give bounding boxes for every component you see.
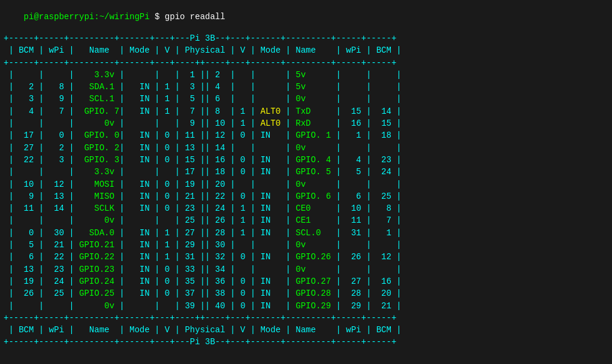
table-line: +-----+-----+---------+------+---+---Pi … <box>4 32 608 44</box>
table-line: | 19 | 24 | GPIO.24 | IN | 0 | 35 || 36 … <box>4 275 608 287</box>
prompt-line: pi@raspberrypi:~/wiringPi $ gpio readall <box>4 2 608 31</box>
table-line: | 26 | 25 | GPIO.25 | IN | 0 | 37 || 38 … <box>4 287 608 299</box>
table-line: | | | 3.3v | | | 1 || 2 | | | 5v | | | <box>4 69 608 81</box>
table-line: +-----+-----+---------+------+---+----++… <box>4 57 608 69</box>
table-line: | 6 | 22 | GPIO.22 | IN | 1 | 31 || 32 |… <box>4 251 608 263</box>
table-line: | 22 | 3 | GPIO. 3| IN | 0 | 15 || 16 | … <box>4 154 608 166</box>
terminal-window: pi@raspberrypi:~/wiringPi $ gpio readall… <box>0 0 612 364</box>
table-line: | 2 | 8 | SDA.1 | IN | 1 | 3 || 4 | | | … <box>4 81 608 93</box>
table-line: | 11 | 14 | SCLK | IN | 0 | 23 || 24 | 1… <box>4 202 608 214</box>
table-line: | 10 | 12 | MOSI | IN | 0 | 19 || 20 | |… <box>4 178 608 190</box>
table-line: | 4 | 7 | GPIO. 7| IN | 1 | 7 || 8 | 1 |… <box>4 105 608 117</box>
table-line: +-----+-----+---------+------+---+---Pi … <box>4 336 608 348</box>
table-line: | 17 | 0 | GPIO. 0| IN | 0 | 11 || 12 | … <box>4 129 608 141</box>
table-line: | 0 | 30 | SDA.0 | IN | 1 | 27 || 28 | 1… <box>4 227 608 239</box>
prompt-user: pi@raspberrypi:~/wiringPi <box>24 12 150 22</box>
table-line: | | | 0v | | | 25 || 26 | 1 | IN | CE1 |… <box>4 214 608 226</box>
gpio-table: +-----+-----+---------+------+---+---Pi … <box>4 32 608 348</box>
table-line: | 27 | 2 | GPIO. 2| IN | 0 | 13 || 14 | … <box>4 142 608 154</box>
table-line: | | | 0v | | | 9 || 10 | 1 | ALT0 | RxD … <box>4 117 608 129</box>
table-line: +-----+-----+---------+------+---+----++… <box>4 312 608 324</box>
table-line: | 13 | 23 | GPIO.23 | IN | 0 | 33 || 34 … <box>4 263 608 275</box>
table-line: | 9 | 13 | MISO | IN | 0 | 21 || 22 | 0 … <box>4 190 608 202</box>
table-line: | 5 | 21 | GPIO.21 | IN | 1 | 29 || 30 |… <box>4 239 608 251</box>
table-line: | BCM | wPi | Name | Mode | V | Physical… <box>4 324 608 336</box>
table-line: | 3 | 9 | SCL.1 | IN | 1 | 5 || 6 | | | … <box>4 93 608 105</box>
table-line: | | | 3.3v | | | 17 || 18 | 0 | IN | GPI… <box>4 166 608 178</box>
table-line: | BCM | wPi | Name | Mode | V | Physical… <box>4 44 608 56</box>
prompt-command: $ gpio readall <box>150 12 225 22</box>
table-line: | | | 0v | | | 39 || 40 | 0 | IN | GPIO.… <box>4 300 608 312</box>
